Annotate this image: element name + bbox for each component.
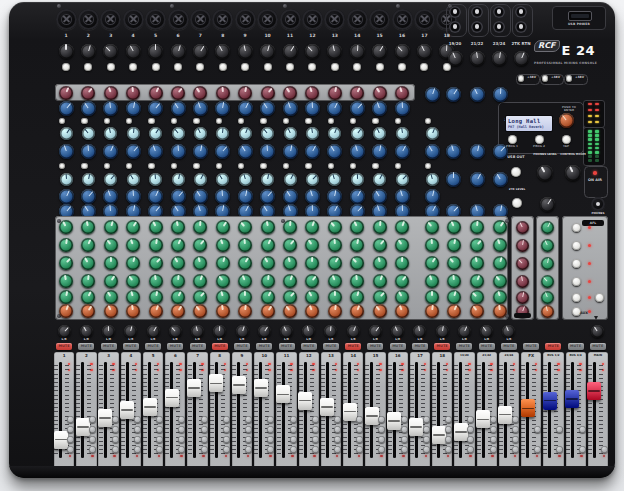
strip-button[interactable] <box>267 426 274 433</box>
gain-knob-2tk-rtn[interactable] <box>514 51 529 66</box>
aux2-send-knob[interactable] <box>81 238 95 252</box>
gain-knob-ch17[interactable] <box>417 44 432 59</box>
aux1-send-knob[interactable] <box>261 220 275 234</box>
fx-send-knob[interactable] <box>305 304 319 318</box>
strip-button[interactable] <box>378 446 385 453</box>
dsp-button-prog-2[interactable] <box>535 135 544 144</box>
himid-freq-knob[interactable] <box>194 127 207 140</box>
gain-knob-ch4[interactable] <box>126 44 141 59</box>
eq-mode-button[interactable] <box>305 163 312 170</box>
aux3-send-knob[interactable] <box>216 256 230 270</box>
himid-freq-knob[interactable] <box>239 127 252 140</box>
fader-track[interactable] <box>193 362 196 458</box>
pan-knob-3[interactable] <box>102 325 115 338</box>
strip-button[interactable] <box>445 436 452 443</box>
strip-button[interactable] <box>467 426 474 433</box>
lomid-freq-knob[interactable] <box>284 173 297 186</box>
eq-mode-button[interactable] <box>104 118 111 125</box>
stereo-eq-freq-knob[interactable] <box>426 173 439 186</box>
aux3-send-knob[interactable] <box>447 256 461 270</box>
lowcut-button-ch17[interactable] <box>420 63 428 71</box>
hf-eq-knob[interactable] <box>238 86 252 100</box>
afl-button-aux2[interactable] <box>572 241 581 250</box>
fader-cap-12[interactable] <box>298 392 312 410</box>
hi-eq-knob[interactable] <box>395 101 410 116</box>
strip-button[interactable] <box>423 436 430 443</box>
eq-mode-button[interactable] <box>238 118 245 125</box>
aux3-send-knob[interactable] <box>59 256 73 270</box>
pan-knob-14[interactable] <box>347 325 360 338</box>
lomid-freq-knob[interactable] <box>328 173 341 186</box>
mute-button-3[interactable]: MUTE <box>101 343 117 350</box>
strip-button[interactable] <box>245 436 252 443</box>
strip-button[interactable] <box>312 416 319 423</box>
stereo-eq-knob[interactable] <box>425 87 440 102</box>
strip-button[interactable] <box>401 436 408 443</box>
fader-cap-13[interactable] <box>320 398 334 416</box>
pan-knob-2[interactable] <box>80 325 93 338</box>
aux4-send-knob[interactable] <box>216 274 230 288</box>
pan-knob-11[interactable] <box>280 325 293 338</box>
strip-button[interactable] <box>356 416 363 423</box>
lowcut-button-ch11[interactable] <box>286 63 294 71</box>
pan-knob-10[interactable] <box>258 325 271 338</box>
strip-button[interactable] <box>223 426 230 433</box>
mute-button-13[interactable]: MUTE <box>323 343 339 350</box>
strip-button[interactable] <box>267 416 274 423</box>
himid-freq-knob[interactable] <box>396 127 409 140</box>
eq-mode-button[interactable] <box>216 118 223 125</box>
mute-button-1[interactable]: MUTE <box>56 343 72 350</box>
gain-knob-ch5[interactable] <box>148 44 163 59</box>
pan-knob-12[interactable] <box>302 325 315 338</box>
aux2-send-knob[interactable] <box>261 238 275 252</box>
aux4-send-knob[interactable] <box>425 274 439 288</box>
fader-track[interactable] <box>571 362 574 458</box>
aux4-send-knob[interactable] <box>126 274 140 288</box>
aux1-send-knob[interactable] <box>470 220 484 234</box>
hi-eq-knob[interactable] <box>215 101 230 116</box>
himid-gain-knob[interactable] <box>350 144 365 159</box>
hi-eq-knob[interactable] <box>126 101 141 116</box>
hi-eq-knob[interactable] <box>59 101 74 116</box>
strip-button[interactable] <box>112 416 119 423</box>
aux1-send-knob[interactable] <box>328 220 342 234</box>
lowcut-button-ch15[interactable] <box>376 63 384 71</box>
fx-send-knob[interactable] <box>59 304 73 318</box>
fader-track[interactable] <box>81 362 84 458</box>
hi-eq-knob[interactable] <box>148 101 163 116</box>
aux3-send-knob[interactable] <box>470 256 484 270</box>
aux3-send-knob[interactable] <box>305 256 319 270</box>
strip-button[interactable] <box>112 436 119 443</box>
fx-send-knob[interactable] <box>171 304 185 318</box>
mute-button-bus-1-2[interactable]: MUTE <box>545 343 561 350</box>
himid-gain-knob[interactable] <box>283 144 298 159</box>
fader-cap-3[interactable] <box>98 409 112 427</box>
gain-knob-ch10[interactable] <box>260 44 275 59</box>
strip-button[interactable] <box>245 426 252 433</box>
phantom-switch[interactable] <box>566 75 573 82</box>
strip-button[interactable] <box>89 416 96 423</box>
gain-knob-ch1[interactable] <box>59 44 74 59</box>
strip-button[interactable] <box>445 416 452 423</box>
aux4-send-knob[interactable] <box>261 274 275 288</box>
eq-mode-button[interactable] <box>260 163 267 170</box>
return-send-knob[interactable] <box>516 275 529 288</box>
hf-eq-knob[interactable] <box>328 86 342 100</box>
aux1-send-knob[interactable] <box>425 220 439 234</box>
strip-button[interactable] <box>401 446 408 453</box>
stereo-eq-knob[interactable] <box>470 144 485 159</box>
return-send-knob[interactable] <box>516 221 529 234</box>
aux1-send-knob[interactable] <box>493 220 507 234</box>
mute-button-8[interactable]: MUTE <box>212 343 228 350</box>
fader-cap-9[interactable] <box>232 376 246 394</box>
strip-button[interactable] <box>178 416 185 423</box>
lomid-freq-knob[interactable] <box>261 173 274 186</box>
mute-button-bus-3-4[interactable]: MUTE <box>568 343 584 350</box>
strip-button[interactable] <box>490 416 497 423</box>
fader-cap-23-24[interactable] <box>498 406 512 424</box>
aux2-send-knob[interactable] <box>104 238 118 252</box>
aux2-send-knob[interactable] <box>493 238 507 252</box>
pan-knob-16[interactable] <box>391 325 404 338</box>
hf-eq-knob[interactable] <box>305 86 319 100</box>
aux5-send-knob[interactable] <box>395 290 409 304</box>
